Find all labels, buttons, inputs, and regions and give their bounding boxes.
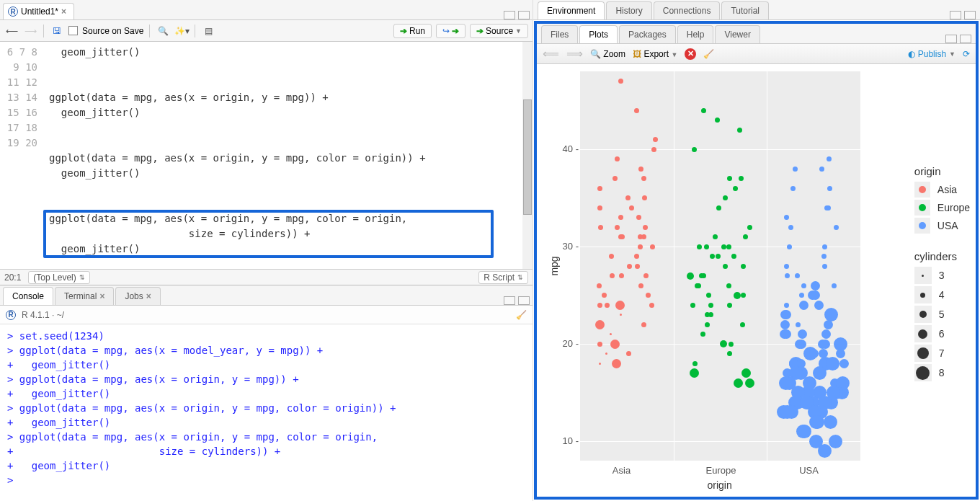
data-point [620,314,622,316]
file-tab-label: Untitled1* [21,6,58,17]
console-output[interactable]: > set.seed(1234) > ggplot(data = mpg, ae… [0,324,533,501]
legend-item: Europe [914,200,970,216]
scope-selector[interactable]: (Top Level) ⇅ [28,271,89,284]
tab-console[interactable]: Console [3,287,53,305]
find-icon[interactable]: 🔍 [156,24,170,38]
chart: originAsiaEuropeUSAcylinders345678 10 -2… [537,64,976,497]
plot-prev-icon[interactable]: ⟸ [543,47,559,61]
data-point [627,264,632,269]
data-point [790,186,796,191]
data-point [710,254,715,259]
file-tab[interactable]: R Untitled1* × [3,3,74,19]
data-point [822,244,827,249]
plot-toolbar: ⟸ ⟹ 🔍 Zoom 🖼 Export ▼ ✕ 🧹 ◐Publish ▼ ⟳ [537,44,976,64]
code-editor[interactable]: 6 7 8 9 10 11 12 13 14 15 16 17 18 19 20… [0,42,533,269]
minimize-pane-icon[interactable] [504,11,515,19]
data-point [801,283,806,288]
data-point [597,342,602,347]
rerun-button[interactable]: ↪ ➔ [436,24,466,38]
data-point [610,340,620,349]
back-icon[interactable]: ⟵ [4,24,19,38]
data-point [605,303,610,308]
close-icon[interactable]: × [61,6,66,17]
close-icon[interactable]: × [146,291,151,301]
data-point [619,273,624,278]
data-point [827,186,832,191]
language-selector[interactable]: R Script ⇅ [478,271,528,284]
x-tick-label: USA [799,465,819,476]
data-point [836,349,845,358]
data-point [609,254,614,259]
close-icon[interactable]: × [99,291,104,301]
data-point [610,333,612,335]
tab-tutorial[interactable]: Tutorial [721,1,769,19]
minimize-pane-icon[interactable] [504,296,515,305]
data-point [811,291,820,300]
plots-pane: Files Plots Packages Help Viewer ⟸ ⟹ 🔍 Z… [534,21,979,500]
data-point [692,361,698,366]
data-point [782,310,791,319]
maximize-pane-icon[interactable] [518,296,530,305]
cursor-position: 20:1 [4,272,21,283]
data-point [638,283,643,288]
tab-viewer[interactable]: Viewer [715,25,760,43]
tab-environment[interactable]: Environment [538,1,605,19]
data-point [785,273,790,278]
data-point [602,293,607,298]
data-point [811,281,820,291]
tab-help[interactable]: Help [677,25,714,43]
data-point [737,128,742,133]
tab-history[interactable]: History [606,1,651,19]
refresh-icon[interactable]: ⟳ [963,49,970,59]
data-point [597,186,602,191]
data-point [723,195,728,200]
maximize-pane-icon[interactable] [964,11,976,19]
remove-plot-icon[interactable]: ✕ [685,48,696,60]
minimize-pane-icon[interactable] [950,11,961,19]
data-point [706,293,711,298]
data-point [612,359,621,368]
source-button[interactable]: ➔ Source ▼ [470,24,528,38]
publish-button[interactable]: ◐Publish ▼ [908,49,956,59]
data-point [690,368,699,378]
data-point [700,332,705,337]
rerun-icon: ↪ [442,26,450,36]
zoom-button[interactable]: 🔍 Zoom [590,49,625,59]
data-point [787,244,792,249]
source-on-save-checkbox[interactable] [68,26,78,35]
maximize-pane-icon[interactable] [960,35,971,43]
data-point [610,273,615,278]
tab-files[interactable]: Files [541,25,578,43]
data-point [734,292,741,299]
data-point [741,293,746,298]
tab-packages[interactable]: Packages [619,25,676,43]
data-point [708,303,713,308]
data-point [795,340,804,349]
data-point [739,176,744,181]
updown-icon: ⇅ [79,274,85,281]
forward-icon[interactable]: ⟶ [23,24,37,38]
editor-scrollbar[interactable] [522,42,533,269]
plot-next-icon[interactable]: ⟹ [566,47,583,61]
save-icon[interactable]: 🖫 [50,24,64,38]
chevron-down-icon: ▼ [515,27,522,35]
data-point [692,147,697,152]
tab-jobs[interactable]: Jobs× [115,287,160,305]
tab-connections[interactable]: Connections [654,1,721,19]
environment-tabs: Environment History Connections Tutorial [533,0,980,20]
data-point [638,244,643,249]
tab-terminal[interactable]: Terminal× [55,287,114,305]
data-point [809,415,823,429]
tab-plots[interactable]: Plots [579,25,618,43]
wand-icon[interactable]: ✨▾ [174,24,189,38]
export-button[interactable]: 🖼 Export ▼ [633,49,677,59]
clear-console-icon[interactable]: 🧹 [516,310,527,320]
outline-icon[interactable]: ▤ [201,24,215,38]
console-info-bar: R R 4.1.1 · ~/ 🧹 [0,306,533,324]
legend-item: USA [914,218,970,234]
clear-plots-icon[interactable]: 🧹 [703,49,714,59]
maximize-pane-icon[interactable] [518,11,530,19]
minimize-pane-icon[interactable] [945,35,957,43]
console-tabs: Console Terminal× Jobs× [0,285,533,306]
run-button[interactable]: ➔ Run [393,24,432,38]
